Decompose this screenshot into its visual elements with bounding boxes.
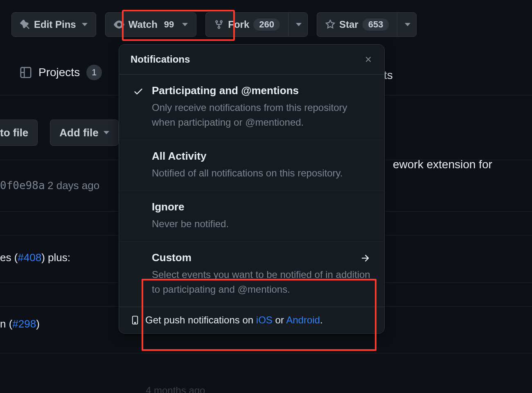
go-to-file-button[interactable]: to file: [0, 120, 38, 146]
text: .: [320, 314, 323, 325]
arrow-right-icon: [360, 253, 370, 264]
star-icon: [325, 20, 335, 29]
caret-down-icon: [405, 23, 410, 26]
check-icon: [133, 86, 144, 97]
projects-tab[interactable]: Projects 1: [20, 65, 102, 80]
issue-link[interactable]: #408: [18, 251, 41, 264]
option-desc: Select events you want to be notified of…: [152, 267, 373, 297]
caret-down-icon: [182, 23, 188, 26]
description-fragment: ework extension for: [393, 158, 492, 171]
option-ignore[interactable]: Ignore Never be notified.: [119, 191, 384, 242]
ios-link[interactable]: iOS: [256, 314, 273, 325]
fork-icon: [214, 20, 224, 29]
dropdown-header: Notifications: [119, 45, 384, 75]
watch-button[interactable]: Watch 99: [105, 12, 197, 37]
svg-point-4: [135, 322, 135, 323]
text: es (: [0, 251, 18, 264]
option-desc: Only receive notifications from this rep…: [152, 100, 373, 130]
android-link[interactable]: Android: [286, 314, 320, 325]
fork-button-group: Fork 260: [205, 12, 308, 37]
text: Get push notifications on: [145, 314, 256, 325]
repo-action-row: Edit Pins Watch 99 Fork 260 Star 653: [11, 12, 417, 37]
caret-down-icon: [104, 131, 109, 134]
option-title: Ignore: [152, 201, 373, 213]
mobile-icon: [131, 314, 140, 326]
watch-label: Watch: [128, 19, 158, 30]
eye-icon: [114, 19, 124, 30]
add-file-label: Add file: [59, 126, 98, 139]
fork-dropdown-button[interactable]: [288, 12, 308, 37]
issue-link[interactable]: #298: [12, 318, 36, 330]
star-label: Star: [339, 19, 358, 30]
add-file-button[interactable]: Add file: [50, 120, 118, 146]
commit-message-fragment-1: es (#408) plus:: [0, 251, 70, 264]
option-desc: Notified of all notifications on this re…: [152, 166, 373, 181]
commit-time: 2 days ago: [47, 179, 99, 192]
fork-label: Fork: [228, 19, 249, 30]
option-title: Participating and @mentions: [152, 84, 373, 97]
star-button-group: Star 653: [317, 12, 417, 37]
pin-icon: [20, 20, 30, 29]
option-custom[interactable]: Custom Select events you want to be noti…: [119, 242, 384, 307]
fork-button[interactable]: Fork 260: [205, 12, 288, 37]
option-desc: Never be notified.: [152, 217, 373, 231]
file-time-fragment: 4 months ago: [146, 385, 205, 393]
to-file-label: to file: [0, 126, 28, 139]
commit-sha[interactable]: 0f0e98a: [0, 179, 45, 192]
watch-count: 99: [162, 19, 176, 30]
text: or: [273, 314, 286, 325]
text: ): [36, 318, 40, 330]
star-dropdown-button[interactable]: [397, 12, 417, 37]
dropdown-title: Notifications: [131, 54, 190, 65]
caret-down-icon: [296, 23, 302, 26]
footer-text: Get push notifications on iOS or Android…: [145, 314, 323, 326]
text: ) plus:: [41, 251, 70, 264]
project-icon: [20, 66, 32, 79]
close-icon[interactable]: [364, 55, 373, 64]
option-all-activity[interactable]: All Activity Notified of all notificatio…: [119, 140, 384, 191]
text: n (: [0, 318, 12, 330]
option-title: Custom: [152, 251, 373, 264]
edit-pins-label: Edit Pins: [34, 19, 76, 30]
fork-count: 260: [253, 18, 280, 31]
star-count: 653: [363, 18, 389, 31]
tab-text-fragment: ts: [384, 69, 393, 82]
star-button[interactable]: Star 653: [317, 12, 397, 37]
option-participating[interactable]: Participating and @mentions Only receive…: [119, 75, 384, 140]
projects-count: 1: [86, 65, 102, 80]
projects-label: Projects: [38, 66, 80, 79]
option-title: All Activity: [152, 150, 373, 163]
file-button-row: to file Add file: [0, 120, 119, 146]
commit-message-fragment-2: n (#298): [0, 318, 40, 330]
dropdown-footer: Get push notifications on iOS or Android…: [119, 307, 384, 333]
edit-pins-button[interactable]: Edit Pins: [11, 12, 96, 37]
notifications-dropdown: Notifications Participating and @mention…: [119, 44, 385, 334]
caret-down-icon: [82, 23, 88, 26]
